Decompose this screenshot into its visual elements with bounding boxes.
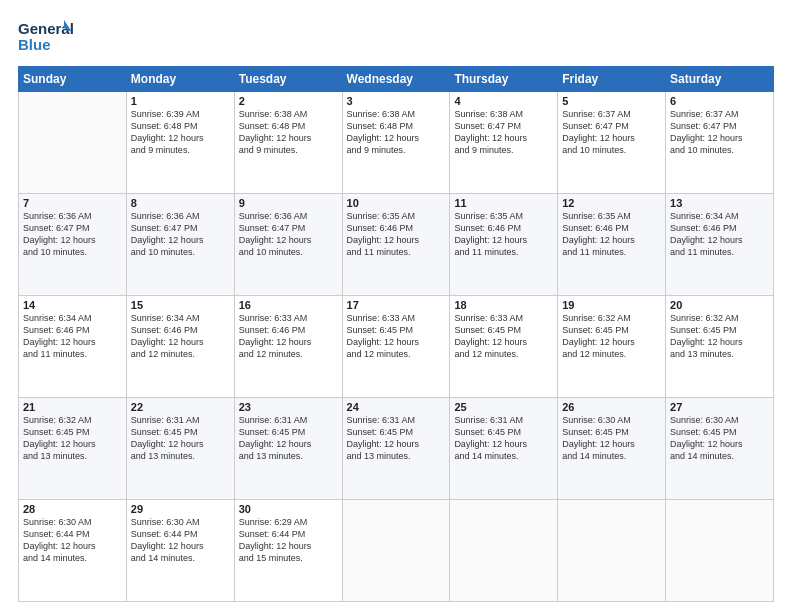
calendar-cell: 11Sunrise: 6:35 AM Sunset: 6:46 PM Dayli… <box>450 194 558 296</box>
calendar-cell: 24Sunrise: 6:31 AM Sunset: 6:45 PM Dayli… <box>342 398 450 500</box>
calendar-cell: 23Sunrise: 6:31 AM Sunset: 6:45 PM Dayli… <box>234 398 342 500</box>
calendar-cell: 19Sunrise: 6:32 AM Sunset: 6:45 PM Dayli… <box>558 296 666 398</box>
calendar-cell: 13Sunrise: 6:34 AM Sunset: 6:46 PM Dayli… <box>666 194 774 296</box>
day-number: 12 <box>562 197 661 209</box>
day-info: Sunrise: 6:35 AM Sunset: 6:46 PM Dayligh… <box>454 210 553 259</box>
calendar-cell: 8Sunrise: 6:36 AM Sunset: 6:47 PM Daylig… <box>126 194 234 296</box>
calendar-cell: 17Sunrise: 6:33 AM Sunset: 6:45 PM Dayli… <box>342 296 450 398</box>
day-info: Sunrise: 6:33 AM Sunset: 6:46 PM Dayligh… <box>239 312 338 361</box>
day-number: 30 <box>239 503 338 515</box>
calendar-weekday-sunday: Sunday <box>19 67 127 92</box>
day-number: 7 <box>23 197 122 209</box>
day-info: Sunrise: 6:33 AM Sunset: 6:45 PM Dayligh… <box>454 312 553 361</box>
day-number: 2 <box>239 95 338 107</box>
calendar-cell: 10Sunrise: 6:35 AM Sunset: 6:46 PM Dayli… <box>342 194 450 296</box>
day-number: 29 <box>131 503 230 515</box>
day-info: Sunrise: 6:36 AM Sunset: 6:47 PM Dayligh… <box>239 210 338 259</box>
calendar-cell: 5Sunrise: 6:37 AM Sunset: 6:47 PM Daylig… <box>558 92 666 194</box>
calendar-cell: 14Sunrise: 6:34 AM Sunset: 6:46 PM Dayli… <box>19 296 127 398</box>
day-number: 13 <box>670 197 769 209</box>
day-info: Sunrise: 6:30 AM Sunset: 6:45 PM Dayligh… <box>562 414 661 463</box>
day-info: Sunrise: 6:34 AM Sunset: 6:46 PM Dayligh… <box>23 312 122 361</box>
day-info: Sunrise: 6:30 AM Sunset: 6:44 PM Dayligh… <box>23 516 122 565</box>
day-info: Sunrise: 6:38 AM Sunset: 6:47 PM Dayligh… <box>454 108 553 157</box>
calendar-cell: 21Sunrise: 6:32 AM Sunset: 6:45 PM Dayli… <box>19 398 127 500</box>
calendar-weekday-thursday: Thursday <box>450 67 558 92</box>
day-number: 8 <box>131 197 230 209</box>
calendar-cell: 9Sunrise: 6:36 AM Sunset: 6:47 PM Daylig… <box>234 194 342 296</box>
day-number: 23 <box>239 401 338 413</box>
day-info: Sunrise: 6:37 AM Sunset: 6:47 PM Dayligh… <box>562 108 661 157</box>
calendar-cell <box>558 500 666 602</box>
calendar-cell: 26Sunrise: 6:30 AM Sunset: 6:45 PM Dayli… <box>558 398 666 500</box>
day-info: Sunrise: 6:29 AM Sunset: 6:44 PM Dayligh… <box>239 516 338 565</box>
calendar-cell: 20Sunrise: 6:32 AM Sunset: 6:45 PM Dayli… <box>666 296 774 398</box>
calendar-cell: 30Sunrise: 6:29 AM Sunset: 6:44 PM Dayli… <box>234 500 342 602</box>
day-info: Sunrise: 6:36 AM Sunset: 6:47 PM Dayligh… <box>23 210 122 259</box>
calendar-weekday-saturday: Saturday <box>666 67 774 92</box>
day-info: Sunrise: 6:38 AM Sunset: 6:48 PM Dayligh… <box>347 108 446 157</box>
calendar-header-row: SundayMondayTuesdayWednesdayThursdayFrid… <box>19 67 774 92</box>
calendar-cell: 7Sunrise: 6:36 AM Sunset: 6:47 PM Daylig… <box>19 194 127 296</box>
calendar-cell: 4Sunrise: 6:38 AM Sunset: 6:47 PM Daylig… <box>450 92 558 194</box>
calendar-cell: 29Sunrise: 6:30 AM Sunset: 6:44 PM Dayli… <box>126 500 234 602</box>
calendar-cell: 15Sunrise: 6:34 AM Sunset: 6:46 PM Dayli… <box>126 296 234 398</box>
day-number: 24 <box>347 401 446 413</box>
day-info: Sunrise: 6:39 AM Sunset: 6:48 PM Dayligh… <box>131 108 230 157</box>
logo: GeneralBlue <box>18 18 73 56</box>
calendar-week-1: 1Sunrise: 6:39 AM Sunset: 6:48 PM Daylig… <box>19 92 774 194</box>
day-info: Sunrise: 6:33 AM Sunset: 6:45 PM Dayligh… <box>347 312 446 361</box>
svg-text:Blue: Blue <box>18 36 51 53</box>
calendar-cell: 27Sunrise: 6:30 AM Sunset: 6:45 PM Dayli… <box>666 398 774 500</box>
calendar-weekday-wednesday: Wednesday <box>342 67 450 92</box>
calendar-week-4: 21Sunrise: 6:32 AM Sunset: 6:45 PM Dayli… <box>19 398 774 500</box>
calendar-weekday-tuesday: Tuesday <box>234 67 342 92</box>
day-info: Sunrise: 6:38 AM Sunset: 6:48 PM Dayligh… <box>239 108 338 157</box>
calendar-cell <box>19 92 127 194</box>
day-number: 15 <box>131 299 230 311</box>
calendar-cell <box>342 500 450 602</box>
calendar-week-2: 7Sunrise: 6:36 AM Sunset: 6:47 PM Daylig… <box>19 194 774 296</box>
calendar-cell: 25Sunrise: 6:31 AM Sunset: 6:45 PM Dayli… <box>450 398 558 500</box>
day-number: 10 <box>347 197 446 209</box>
day-number: 27 <box>670 401 769 413</box>
day-number: 11 <box>454 197 553 209</box>
day-info: Sunrise: 6:32 AM Sunset: 6:45 PM Dayligh… <box>23 414 122 463</box>
day-info: Sunrise: 6:34 AM Sunset: 6:46 PM Dayligh… <box>670 210 769 259</box>
day-info: Sunrise: 6:31 AM Sunset: 6:45 PM Dayligh… <box>239 414 338 463</box>
calendar-cell: 3Sunrise: 6:38 AM Sunset: 6:48 PM Daylig… <box>342 92 450 194</box>
calendar-weekday-monday: Monday <box>126 67 234 92</box>
day-number: 16 <box>239 299 338 311</box>
day-info: Sunrise: 6:35 AM Sunset: 6:46 PM Dayligh… <box>347 210 446 259</box>
day-number: 4 <box>454 95 553 107</box>
day-number: 5 <box>562 95 661 107</box>
header: GeneralBlue <box>18 18 774 56</box>
calendar-table: SundayMondayTuesdayWednesdayThursdayFrid… <box>18 66 774 602</box>
page: GeneralBlue SundayMondayTuesdayWednesday… <box>0 0 792 612</box>
day-number: 1 <box>131 95 230 107</box>
day-info: Sunrise: 6:35 AM Sunset: 6:46 PM Dayligh… <box>562 210 661 259</box>
calendar-cell <box>450 500 558 602</box>
day-info: Sunrise: 6:30 AM Sunset: 6:44 PM Dayligh… <box>131 516 230 565</box>
day-info: Sunrise: 6:31 AM Sunset: 6:45 PM Dayligh… <box>131 414 230 463</box>
calendar-cell: 6Sunrise: 6:37 AM Sunset: 6:47 PM Daylig… <box>666 92 774 194</box>
day-number: 19 <box>562 299 661 311</box>
calendar-cell: 12Sunrise: 6:35 AM Sunset: 6:46 PM Dayli… <box>558 194 666 296</box>
day-number: 21 <box>23 401 122 413</box>
calendar-week-3: 14Sunrise: 6:34 AM Sunset: 6:46 PM Dayli… <box>19 296 774 398</box>
day-number: 6 <box>670 95 769 107</box>
day-info: Sunrise: 6:31 AM Sunset: 6:45 PM Dayligh… <box>454 414 553 463</box>
day-info: Sunrise: 6:34 AM Sunset: 6:46 PM Dayligh… <box>131 312 230 361</box>
calendar-cell: 2Sunrise: 6:38 AM Sunset: 6:48 PM Daylig… <box>234 92 342 194</box>
day-info: Sunrise: 6:32 AM Sunset: 6:45 PM Dayligh… <box>670 312 769 361</box>
day-number: 22 <box>131 401 230 413</box>
day-number: 18 <box>454 299 553 311</box>
day-info: Sunrise: 6:36 AM Sunset: 6:47 PM Dayligh… <box>131 210 230 259</box>
day-number: 26 <box>562 401 661 413</box>
day-number: 20 <box>670 299 769 311</box>
calendar-cell: 16Sunrise: 6:33 AM Sunset: 6:46 PM Dayli… <box>234 296 342 398</box>
day-info: Sunrise: 6:31 AM Sunset: 6:45 PM Dayligh… <box>347 414 446 463</box>
calendar-cell: 18Sunrise: 6:33 AM Sunset: 6:45 PM Dayli… <box>450 296 558 398</box>
calendar-week-5: 28Sunrise: 6:30 AM Sunset: 6:44 PM Dayli… <box>19 500 774 602</box>
day-info: Sunrise: 6:30 AM Sunset: 6:45 PM Dayligh… <box>670 414 769 463</box>
